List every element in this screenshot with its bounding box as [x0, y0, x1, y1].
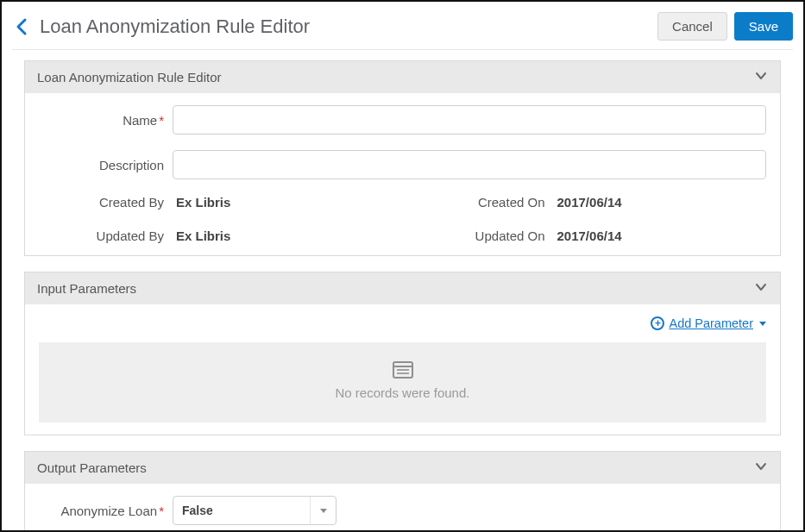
editor-panel: Loan Anonymization Rule Editor Name* Des… [24, 60, 781, 256]
input-parameters-title: Input Parameters [37, 281, 136, 296]
anonymize-loan-value: False [173, 497, 310, 524]
empty-state: No records were found. [39, 342, 766, 422]
anonymize-loan-label: Anonymize Loan* [39, 504, 173, 518]
description-label: Description [39, 158, 173, 172]
anonymize-loan-select[interactable]: False [173, 496, 336, 525]
empty-message: No records were found. [39, 385, 766, 400]
plus-circle-icon: + [651, 316, 664, 330]
required-icon: * [159, 504, 164, 518]
output-parameters-title: Output Parameters [37, 460, 147, 475]
name-input[interactable] [173, 105, 766, 135]
updated-by-label: Updated By [39, 228, 173, 243]
name-label: Name* [39, 113, 173, 128]
chevron-down-icon [754, 460, 768, 476]
updated-by-value: Ex Libris [173, 228, 230, 243]
input-parameters-panel: Input Parameters + Add Parameter No reco… [24, 272, 781, 435]
add-parameter-button[interactable]: + Add Parameter [651, 316, 766, 330]
created-by-label: Created By [39, 195, 173, 210]
created-on-value: 2017/06/14 [554, 195, 622, 210]
output-parameters-header[interactable]: Output Parameters [25, 452, 780, 484]
updated-on-value: 2017/06/14 [554, 228, 622, 243]
save-button[interactable]: Save [734, 12, 793, 41]
list-icon [393, 361, 413, 379]
back-icon[interactable] [12, 16, 33, 37]
page-header: Loan Anonymization Rule Editor Cancel Sa… [12, 9, 793, 50]
caret-down-icon [310, 497, 336, 524]
page-title: Loan Anonymization Rule Editor [40, 16, 657, 38]
output-parameters-panel: Output Parameters Anonymize Loan* False [24, 451, 781, 532]
created-on-label: Created On [403, 195, 554, 210]
input-parameters-header[interactable]: Input Parameters [25, 272, 780, 304]
cancel-button[interactable]: Cancel [657, 12, 727, 41]
chevron-down-icon [754, 69, 768, 85]
chevron-down-icon [754, 280, 768, 297]
editor-panel-header[interactable]: Loan Anonymization Rule Editor [25, 61, 780, 93]
description-input[interactable] [173, 150, 766, 179]
required-icon: * [159, 113, 164, 128]
editor-panel-title: Loan Anonymization Rule Editor [37, 70, 221, 84]
updated-on-label: Updated On [403, 228, 554, 243]
created-by-value: Ex Libris [173, 195, 230, 210]
add-parameter-label: Add Parameter [669, 316, 753, 330]
caret-down-icon [759, 322, 766, 326]
